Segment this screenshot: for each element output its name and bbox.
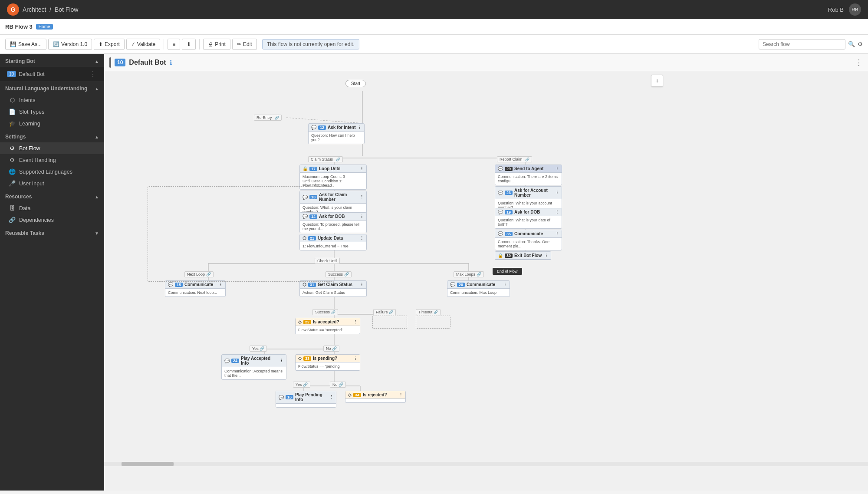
version-button[interactable]: 🔄 Version 1.0 — [48, 39, 92, 50]
node-12[interactable]: 💬 12 Ask for Intent ⋮ Question: How can … — [308, 123, 365, 144]
sidebar-section-reusable-tasks[interactable]: Reusable Tasks ▼ — [0, 226, 104, 239]
settings-icon[interactable]: ⚙ — [858, 41, 863, 47]
canvas-area[interactable]: 10 Default Bot ℹ ⋮ + — [104, 54, 868, 491]
node19-label: Ask for DOB — [514, 210, 540, 214]
node29-menu[interactable]: ⋮ — [555, 167, 559, 171]
default-bot-label: Default Bot — [19, 71, 44, 77]
list-view-button[interactable]: ≡ — [168, 39, 180, 50]
label-success-1: Success 🔗 — [326, 271, 352, 277]
node14-menu[interactable]: ⋮ — [360, 214, 364, 219]
max-loops-icon: 🔗 — [477, 272, 481, 277]
node-14[interactable]: 💬 14 Ask for DOB ⋮ Question: To proceed,… — [299, 212, 367, 233]
canvas-kebab[interactable]: ⋮ — [855, 58, 863, 67]
node-29[interactable]: 💬 29 Send to Agent ⋮ Communication: Ther… — [495, 165, 562, 185]
reentry-icon: 🔗 — [275, 116, 279, 120]
node-22[interactable]: ◇ 22 Is accepted? ⋮ Flow.Status == 'acce… — [295, 318, 360, 334]
label-reentry: Re-Entry 🔗 — [254, 115, 282, 121]
flow-name: RB Flow 3 — [5, 23, 33, 30]
node19-icon: 💬 — [498, 210, 503, 214]
node-21[interactable]: ⬡ 21 Update Data ⋮ 1: Flow.InfoEntered =… — [299, 234, 367, 250]
sidebar-item-slot-types[interactable]: 📄 Slot Types — [0, 106, 104, 118]
search-input[interactable] — [759, 39, 845, 49]
node23-menu[interactable]: ⋮ — [555, 191, 559, 195]
node12-menu[interactable]: ⋮ — [358, 125, 362, 130]
node29-icon: 💬 — [498, 166, 503, 171]
node16-menu[interactable]: ⋮ — [329, 395, 333, 399]
node-17[interactable]: 🔒 17 Loop Until ⋮ Maximum Loop Count: 3U… — [299, 165, 367, 190]
node20-menu[interactable]: ⋮ — [503, 283, 507, 287]
edit-button[interactable]: ✏ Edit — [232, 39, 257, 50]
node30-menu[interactable]: ⋮ — [544, 254, 548, 258]
sidebar-item-learning[interactable]: 🎓 Learning — [0, 118, 104, 129]
sidebar-item-intents[interactable]: ⬡ Intents — [0, 94, 104, 106]
sidebar-section-settings[interactable]: Settings ▲ — [0, 129, 104, 142]
node-20[interactable]: 💬 20 Communicate ⋮ Communication: Max Lo… — [447, 280, 510, 297]
default-bot-kebab[interactable]: ⋮ — [87, 69, 99, 79]
no2-icon: 🔗 — [339, 382, 343, 387]
flow-badge: Home — [36, 24, 53, 30]
success2-icon: 🔗 — [331, 310, 335, 314]
node19-menu[interactable]: ⋮ — [555, 210, 559, 214]
search-area: 🔍 ⚙ — [759, 39, 863, 49]
save-as-button[interactable]: 💾 Save As... — [5, 39, 46, 50]
version-icon: 🔄 — [53, 41, 59, 47]
node15-menu[interactable]: ⋮ — [219, 283, 223, 287]
node34-menu[interactable]: ⋮ — [399, 393, 403, 397]
validate-button[interactable]: ✓ Validate — [126, 39, 160, 50]
search-icon[interactable]: 🔍 — [848, 41, 855, 47]
sidebar-item-default-bot[interactable]: 10 Default Bot ⋮ — [0, 67, 104, 81]
nav-right: Rob B RB — [828, 3, 861, 16]
zoom-control[interactable]: + — [651, 75, 663, 87]
sidebar-item-event-handling[interactable]: ⚙ Event Handling — [0, 154, 104, 166]
sidebar-item-dependencies[interactable]: 🔗 Dependencies — [0, 214, 104, 226]
bot-flow-icon: ⚙ — [9, 145, 16, 151]
sidebar-section-starting-bot[interactable]: Starting Bot ▲ — [0, 54, 104, 67]
flow-header-bar: RB Flow 3 Home — [0, 19, 868, 35]
reusable-tasks-chevron: ▼ — [95, 231, 99, 236]
horizontal-scrollbar[interactable] — [104, 462, 868, 466]
node-35[interactable]: 💬 35 Communicate ⋮ Communication: Thanks… — [495, 230, 562, 250]
node-31[interactable]: ⬡ 31 Get Claim Status ⋮ Action: Get Clai… — [299, 280, 367, 297]
failure-icon: 🔗 — [389, 310, 393, 314]
connector-svg — [104, 71, 668, 462]
node21-menu[interactable]: ⋮ — [360, 236, 364, 240]
main-toolbar: 💾 Save As... 🔄 Version 1.0 ⬆ Export ✓ Va… — [0, 35, 868, 54]
export-button[interactable]: ⬆ Export — [94, 39, 125, 50]
node34-label: Is rejected? — [363, 392, 387, 397]
node-33[interactable]: ◇ 33 Is pending? ⋮ Flow.Status == 'pendi… — [295, 354, 360, 371]
node35-menu[interactable]: ⋮ — [555, 232, 559, 236]
node31-menu[interactable]: ⋮ — [360, 283, 364, 287]
sidebar-item-supported-languages[interactable]: 🌐 Supported Languages — [0, 166, 104, 178]
claim-status-icon: 🔗 — [336, 158, 340, 161]
node-16[interactable]: 💬 16 Play Pending Info ⋮ — [276, 391, 336, 408]
node24-menu[interactable]: ⋮ — [279, 359, 283, 363]
node-15[interactable]: 💬 15 Communicate ⋮ Communication: Next l… — [165, 280, 226, 297]
node33-menu[interactable]: ⋮ — [353, 356, 357, 361]
sidebar-item-data[interactable]: 🗄 Data — [0, 202, 104, 214]
report-claim-icon: 🔗 — [525, 158, 529, 161]
node-30[interactable]: 🔒 30 Exit Bot Flow ⋮ — [495, 251, 551, 260]
node22-icon: ◇ — [298, 319, 302, 324]
node34-body — [345, 399, 405, 402]
node-34[interactable]: ◇ 34 Is rejected? ⋮ — [345, 391, 406, 403]
resources-chevron: ▲ — [95, 194, 99, 199]
dependencies-icon: 🔗 — [9, 217, 16, 223]
print-button[interactable]: 🖨 Print — [203, 39, 230, 50]
node22-menu[interactable]: ⋮ — [353, 320, 357, 324]
sidebar-section-nlu[interactable]: Natural Language Understanding ▲ — [0, 81, 104, 94]
node-start: Start — [345, 80, 366, 87]
node13-menu[interactable]: ⋮ — [360, 195, 364, 199]
node22-label: Is accepted? — [313, 319, 339, 324]
node-19[interactable]: 💬 19 Ask for DOB ⋮ Question: What is you… — [495, 208, 562, 229]
node30-label: Exit Bot Flow — [514, 253, 542, 258]
list-view-2-button[interactable]: ⬇ — [182, 39, 196, 50]
user-avatar[interactable]: RB — [849, 3, 861, 16]
scrollbar-thumb[interactable] — [122, 462, 174, 466]
node17-menu[interactable]: ⋮ — [360, 167, 364, 171]
label-yes-1: Yes 🔗 — [250, 346, 267, 352]
sidebar-item-bot-flow[interactable]: ⚙ Bot Flow — [0, 142, 104, 154]
node-24[interactable]: 💬 24 Play Accepted Info ⋮ Communication:… — [221, 354, 286, 380]
sidebar-item-user-input[interactable]: 🎤 User Input — [0, 178, 104, 189]
sidebar-section-resources[interactable]: Resources ▲ — [0, 189, 104, 202]
nlu-chevron: ▲ — [95, 86, 99, 91]
